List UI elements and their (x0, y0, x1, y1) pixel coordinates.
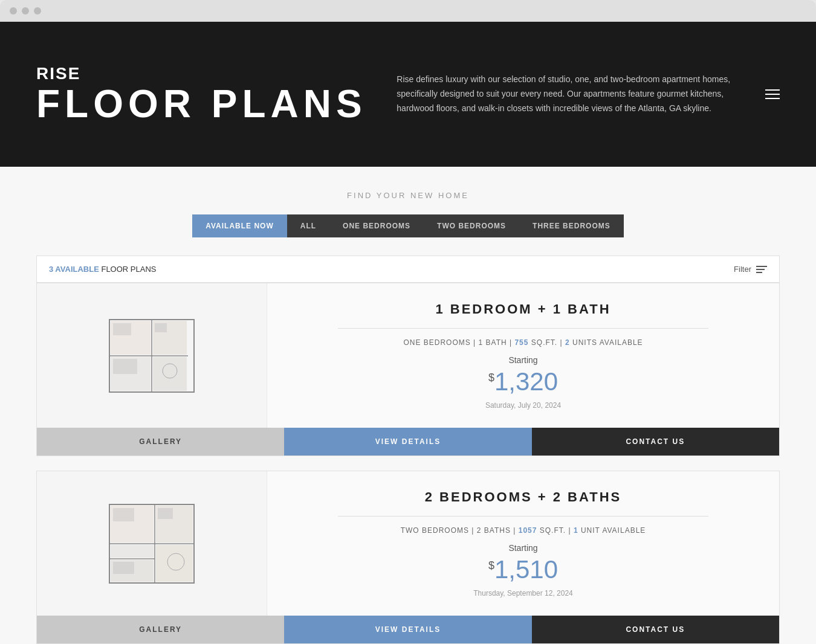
filter-line-3 (756, 272, 762, 273)
page-title: FLOOR PLANS (36, 85, 367, 123)
specs-sqft-2: 1057 (519, 526, 537, 535)
price-symbol-1: $ (488, 372, 494, 384)
svg-rect-22 (113, 508, 134, 521)
card-actions-2: GALLERY VIEW DETAILS CONTACT US (37, 616, 779, 643)
main-content: FIND YOUR NEW HOME AVAILABLE NOW ALL ONE… (0, 167, 816, 644)
svg-rect-19 (111, 545, 154, 558)
filter-line-2 (756, 269, 765, 270)
specs-units-1: 2 (565, 338, 570, 347)
floorplan-svg-2 (103, 498, 200, 589)
tab-one-bedrooms[interactable]: ONE BEDROOMS (329, 214, 424, 237)
card-details-2: 2 BEDROOMS + 2 BATHS TWO BEDROOMS | 2 BA… (267, 471, 779, 616)
available-bar: 3 AVAILABLE FLOOR PLANS Filter (36, 256, 780, 283)
tab-all[interactable]: ALL (287, 214, 329, 237)
site-header: RISE FLOOR PLANS Rise defines luxury wit… (0, 22, 816, 167)
specs-sqft-1: 755 (514, 338, 528, 347)
card-body-2: 2 BEDROOMS + 2 BATHS TWO BEDROOMS | 2 BA… (37, 471, 779, 616)
svg-rect-8 (113, 323, 131, 335)
browser-dot-red (10, 7, 17, 14)
card-title-1: 1 BEDROOM + 1 BATH (435, 301, 610, 317)
price-value-1: 1,320 (494, 367, 558, 396)
svg-rect-10 (113, 359, 137, 374)
hamburger-line-2 (765, 94, 780, 95)
browser-dot-yellow (22, 7, 29, 14)
filter-tabs: AVAILABLE NOW ALL ONE BEDROOMS TWO BEDRO… (36, 214, 780, 237)
card-starting-1: Starting (508, 355, 537, 365)
gallery-button-1[interactable]: GALLERY (37, 428, 284, 456)
card-actions-1: GALLERY VIEW DETAILS CONTACT US (37, 428, 779, 456)
specs-right-1: UNITS AVAILABLE (572, 338, 643, 347)
tab-three-bedrooms[interactable]: THREE BEDROOMS (519, 214, 624, 237)
specs-right-2: UNIT AVAILABLE (581, 526, 646, 535)
hamburger-line-3 (765, 98, 780, 99)
svg-rect-23 (158, 508, 173, 519)
card-date-1: Saturday, July 20, 2024 (485, 401, 561, 410)
browser-titlebar (0, 0, 816, 22)
gallery-button-2[interactable]: GALLERY (37, 616, 284, 643)
filter-label: Filter (734, 265, 751, 274)
card-body-1: 1 BEDROOM + 1 BATH ONE BEDROOMS | 1 BATH… (37, 283, 779, 428)
price-value-2: 1,510 (494, 555, 558, 584)
card-divider-2 (338, 516, 709, 517)
specs-units-2: 1 (574, 526, 578, 535)
specs-mid-1: SQ.FT. | (531, 338, 563, 347)
svg-rect-7 (153, 357, 187, 391)
price-symbol-2: $ (488, 559, 494, 572)
filter-icon (756, 266, 767, 273)
header-description-area: Rise defines luxury with our selection o… (397, 72, 735, 115)
card-image-2 (37, 471, 267, 616)
card-date-2: Thursday, September 12, 2024 (473, 589, 573, 597)
brand-name: RISE (36, 65, 367, 82)
contact-us-button-1[interactable]: CONTACT US (532, 428, 779, 456)
view-details-button-1[interactable]: VIEW DETAILS (284, 428, 531, 456)
tab-two-bedrooms[interactable]: TWO BEDROOMS (424, 214, 519, 237)
browser-dot-green (34, 7, 41, 14)
hamburger-menu[interactable] (765, 89, 780, 99)
browser-window: RISE FLOOR PLANS Rise defines luxury wit… (0, 0, 816, 644)
floorplan-svg-1 (103, 314, 200, 398)
header-left: RISE FLOOR PLANS (36, 65, 367, 123)
specs-left-1: ONE BEDROOMS | 1 BATH | (403, 338, 512, 347)
hamburger-line-1 (765, 89, 780, 91)
contact-us-button-2[interactable]: CONTACT US (532, 616, 779, 643)
filter-button[interactable]: Filter (734, 265, 767, 274)
specs-left-2: TWO BEDROOMS | 2 BATHS | (401, 526, 516, 535)
header-description: Rise defines luxury with our selection o… (397, 72, 735, 115)
card-title-2: 2 BEDROOMS + 2 BATHS (425, 489, 621, 505)
view-details-button-2[interactable]: VIEW DETAILS (284, 616, 531, 643)
card-details-1: 1 BEDROOM + 1 BATH ONE BEDROOMS | 1 BATH… (267, 283, 779, 428)
svg-rect-21 (156, 545, 193, 582)
card-divider-1 (338, 328, 709, 329)
filter-line-1 (756, 266, 767, 267)
available-count: 3 AVAILABLE (49, 265, 99, 274)
card-price-2: $1,510 (488, 555, 558, 584)
browser-content: RISE FLOOR PLANS Rise defines luxury wit… (0, 22, 816, 644)
card-specs-2: TWO BEDROOMS | 2 BATHS | 1057 SQ.FT. | 1… (401, 526, 646, 535)
card-starting-2: Starting (508, 543, 537, 553)
card-specs-1: ONE BEDROOMS | 1 BATH | 755 SQ.FT. | 2 U… (403, 338, 643, 347)
floor-plan-card-2: 2 BEDROOMS + 2 BATHS TWO BEDROOMS | 2 BA… (36, 471, 780, 644)
available-count-text: 3 AVAILABLE FLOOR PLANS (49, 265, 156, 274)
floor-plan-card-1: 1 BEDROOM + 1 BATH ONE BEDROOMS | 1 BATH… (36, 283, 780, 456)
svg-rect-25 (113, 562, 134, 574)
card-image-1 (37, 283, 267, 428)
card-price-1: $1,320 (488, 367, 558, 396)
find-home-label: FIND YOUR NEW HOME (36, 191, 780, 200)
floor-plans-label: FLOOR PLANS (99, 265, 157, 274)
svg-rect-9 (155, 323, 167, 332)
specs-mid-2: SQ.FT. | (540, 526, 571, 535)
tab-available-now[interactable]: AVAILABLE NOW (192, 214, 287, 237)
